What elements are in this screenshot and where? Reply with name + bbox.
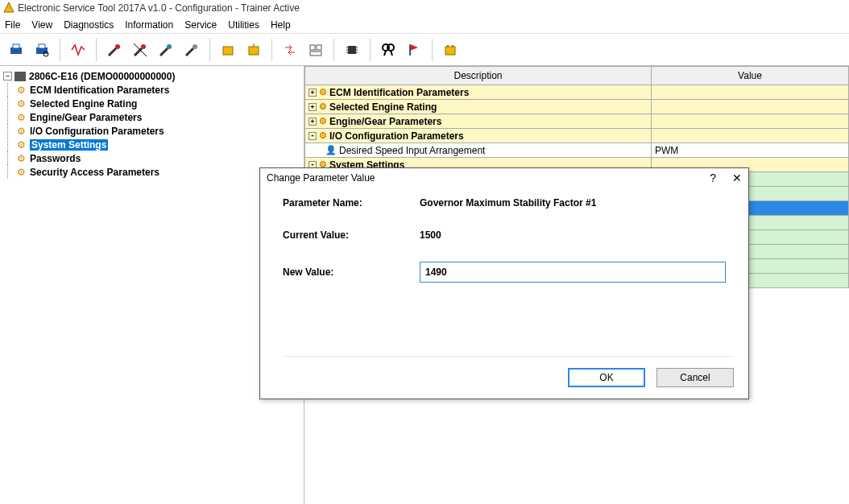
gear-icon: ⚙ — [15, 167, 27, 178]
menu-service[interactable]: Service — [184, 19, 217, 31]
new-value-label: New Value: — [283, 266, 420, 278]
tree-item-io-config[interactable]: ⚙I/O Configuration Parameters — [3, 124, 300, 138]
row-description: I/O Configuration Parameters — [329, 130, 464, 142]
gear-icon: ⚙ — [15, 112, 27, 123]
tree-item-engine-gear[interactable]: ⚙Engine/Gear Parameters — [3, 110, 300, 124]
chip-icon[interactable] — [341, 39, 363, 61]
gear-icon: ⚙ — [319, 101, 327, 112]
expand-icon[interactable]: + — [309, 118, 317, 126]
waveform-icon[interactable] — [67, 39, 89, 61]
svg-rect-10 — [223, 47, 233, 55]
tool-b-icon[interactable] — [129, 39, 151, 61]
gear-icon: ⚙ — [319, 130, 327, 141]
menu-diagnostics[interactable]: Diagnostics — [64, 19, 114, 31]
svg-rect-4 — [39, 44, 45, 48]
row-value: PWM — [652, 143, 849, 158]
menu-help[interactable]: Help — [271, 19, 291, 31]
row-value — [652, 114, 849, 129]
svg-point-6 — [115, 44, 120, 49]
app-icon — [3, 2, 14, 15]
swap-icon[interactable] — [279, 39, 301, 61]
svg-rect-18 — [445, 47, 455, 55]
gear-icon: ⚙ — [15, 153, 27, 164]
menu-utilities[interactable]: Utilities — [228, 19, 259, 31]
help-icon[interactable]: ? — [710, 171, 716, 184]
person-icon: 👤 — [325, 145, 337, 155]
row-description: Desired Speed Input Arrangement — [339, 145, 485, 156]
print-preview-icon[interactable] — [31, 39, 53, 61]
row-value — [652, 85, 849, 100]
tool-a-icon[interactable] — [103, 39, 126, 61]
row-value — [652, 129, 849, 143]
flag-icon[interactable] — [403, 39, 425, 61]
param-name-value: Governor Maximum Stability Factor #1 — [420, 197, 596, 209]
row-description: Engine/Gear Parameters — [329, 116, 441, 127]
table-row[interactable]: +⚙ECM Identification Parameters — [305, 85, 849, 100]
gear-icon: ⚙ — [15, 98, 27, 109]
tree-item-security-access[interactable]: ⚙Security Access Parameters — [3, 165, 300, 179]
table-row[interactable]: +⚙Engine/Gear Parameters — [305, 114, 849, 129]
gear-icon: ⚙ — [15, 126, 27, 137]
expand-icon[interactable]: + — [309, 103, 317, 111]
battery-icon[interactable] — [439, 39, 462, 61]
menubar: File View Diagnostics Information Servic… — [0, 16, 849, 34]
col-value[interactable]: Value — [652, 67, 849, 85]
menu-information[interactable]: Information — [125, 19, 173, 31]
table-row[interactable]: 👤Desired Speed Input ArrangementPWM — [305, 143, 849, 158]
svg-point-9 — [193, 44, 197, 49]
svg-point-8 — [167, 44, 172, 49]
row-description: Selected Engine Rating — [329, 101, 437, 113]
close-icon[interactable]: ✕ — [732, 171, 742, 184]
row-description: ECM Identification Parameters — [329, 87, 469, 98]
paint-a-icon[interactable] — [217, 39, 239, 61]
tree-root[interactable]: − 2806C-E16 (DEMO00000000000) — [3, 69, 300, 83]
collapse-icon[interactable]: − — [3, 72, 12, 81]
svg-rect-11 — [249, 47, 259, 55]
dialog-title: Change Parameter Value — [267, 172, 375, 184]
ok-button[interactable]: OK — [568, 368, 645, 387]
window-title: Electronic Service Tool 2017A v1.0 - Con… — [18, 2, 300, 14]
svg-rect-2 — [13, 44, 19, 48]
search-icon[interactable] — [377, 39, 400, 61]
gear-icon: ⚙ — [319, 116, 327, 126]
svg-rect-15 — [348, 46, 356, 54]
titlebar: Electronic Service Tool 2017A v1.0 - Con… — [0, 0, 849, 16]
svg-rect-19 — [447, 45, 449, 47]
gear-icon: ⚙ — [15, 85, 27, 96]
print-icon[interactable] — [5, 39, 27, 61]
current-value-label: Current Value: — [283, 229, 420, 241]
menu-view[interactable]: View — [31, 19, 52, 31]
expand-icon[interactable]: + — [309, 89, 317, 97]
svg-rect-20 — [452, 45, 453, 47]
change-parameter-dialog: Change Parameter Value ? ✕ Parameter Nam… — [259, 167, 749, 399]
new-value-input[interactable] — [420, 262, 726, 283]
col-description[interactable]: Description — [305, 67, 652, 85]
paint-b-icon[interactable] — [242, 39, 265, 61]
tree-item-passwords[interactable]: ⚙Passwords — [3, 151, 300, 165]
tree-item-system-settings[interactable]: ⚙System Settings — [3, 138, 300, 151]
svg-rect-14 — [310, 52, 321, 56]
param-name-label: Parameter Name: — [283, 197, 420, 209]
gear-icon: ⚙ — [319, 87, 327, 97]
ecm-icon — [14, 72, 26, 81]
layout-icon[interactable] — [304, 39, 327, 61]
svg-rect-12 — [310, 45, 315, 50]
svg-point-7 — [141, 44, 146, 49]
tool-c-icon[interactable] — [155, 39, 177, 61]
cancel-button[interactable]: Cancel — [656, 368, 734, 387]
table-row[interactable]: +⚙Selected Engine Rating — [305, 100, 849, 114]
table-row[interactable]: -⚙I/O Configuration Parameters — [305, 129, 849, 143]
menu-file[interactable]: File — [5, 19, 20, 31]
svg-marker-0 — [4, 2, 14, 12]
svg-rect-13 — [317, 45, 321, 50]
collapse-icon[interactable]: - — [309, 132, 317, 140]
tree-item-engine-rating[interactable]: ⚙Selected Engine Rating — [3, 97, 300, 110]
tool-d-icon[interactable] — [180, 39, 203, 61]
current-value: 1500 — [420, 229, 441, 241]
row-value — [652, 100, 849, 114]
toolbar — [0, 34, 849, 66]
gear-icon: ⚙ — [15, 139, 27, 151]
tree-item-ecm-id[interactable]: ⚙ECM Identification Parameters — [3, 83, 300, 97]
